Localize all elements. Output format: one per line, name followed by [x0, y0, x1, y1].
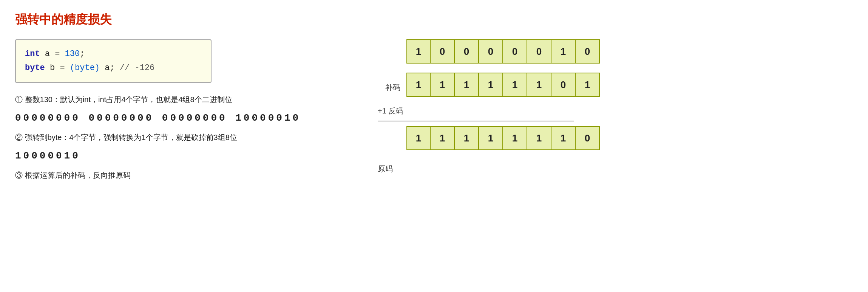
- row2-label: 补码: [378, 82, 400, 93]
- right-panel: 1 0 0 0 0 0 1 0 补码 1 1 1 1 1 1 0 1: [378, 39, 853, 174]
- keyword-byte: byte: [25, 63, 45, 73]
- bit-cell-3-1: 1: [431, 126, 455, 150]
- desc-line-1: ① 整数130：默认为int，int占用4个字节，也就是4组8个二进制位: [15, 93, 355, 106]
- bit-cell-1-7: 0: [576, 39, 600, 64]
- divider-line: [378, 121, 574, 121]
- bit-cell-3-0: 1: [406, 126, 431, 150]
- plus-one-text: +1 反码: [378, 106, 403, 116]
- bit-cell-3-3: 1: [479, 126, 503, 150]
- bit-cell-3-5: 1: [527, 126, 551, 150]
- bit-row-wrapper-3: 1 1 1 1 1 1 1 0: [378, 126, 853, 155]
- bit-cell-2-4: 1: [503, 73, 527, 97]
- bit-cell-3-7: 0: [576, 126, 600, 150]
- bit-cell-1-2: 0: [455, 39, 479, 64]
- bit-cell-2-1: 1: [431, 73, 455, 97]
- bit-cell-2-3: 1: [479, 73, 503, 97]
- code-block: int a = 130; byte b = (byte) a; // -126: [15, 39, 212, 83]
- bit-cell-1-3: 0: [479, 39, 503, 64]
- bit-row-1: 1 0 0 0 0 0 1 0: [406, 39, 600, 64]
- bit-cell-3-4: 1: [503, 126, 527, 150]
- bit-cell-3-2: 1: [455, 126, 479, 150]
- code-semicolon-1: ;: [80, 49, 85, 59]
- bit-cell-1-4: 0: [503, 39, 527, 64]
- bit-cell-2-0: 1: [406, 73, 431, 97]
- code-var-a: a =: [40, 49, 65, 59]
- page-title: 强转中的精度损失: [15, 11, 853, 28]
- bit-cell-2-7: 1: [576, 73, 600, 97]
- code-num-130: 130: [65, 49, 80, 59]
- desc-line-2: ② 强转到byte：4个字节，强制转换为1个字节，就是砍掉前3组8位: [15, 131, 355, 143]
- yuanma-label: 原码: [378, 164, 853, 174]
- bit-row-wrapper-1: 1 0 0 0 0 0 1 0: [378, 39, 853, 69]
- bit-cell-1-0: 1: [406, 39, 431, 64]
- bit-cell-3-6: 1: [551, 126, 576, 150]
- code-comment: // -126: [115, 63, 155, 73]
- desc-line-3: ③ 根据运算后的补码，反向推原码: [15, 169, 355, 181]
- keyword-int: int: [25, 49, 40, 59]
- code-cast: (byte): [70, 63, 100, 73]
- plus-one-label: +1 反码: [378, 106, 853, 116]
- code-var-b: b =: [45, 63, 70, 73]
- bit-row-wrapper-2: 补码 1 1 1 1 1 1 0 1: [378, 73, 853, 102]
- code-line-1: int a = 130;: [25, 47, 202, 61]
- bit-cell-2-6: 0: [551, 73, 576, 97]
- binary-display-1: 00000000 00000000 00000000 10000010: [15, 112, 355, 124]
- bit-cell-1-5: 0: [527, 39, 551, 64]
- code-var-a-ref: a;: [100, 63, 115, 73]
- bit-cell-2-2: 1: [455, 73, 479, 97]
- code-line-2: byte b = (byte) a; // -126: [25, 61, 202, 75]
- left-panel: int a = 130; byte b = (byte) a; // -126 …: [15, 39, 355, 188]
- bit-cell-2-5: 1: [527, 73, 551, 97]
- bit-cell-1-1: 0: [431, 39, 455, 64]
- bit-row-3: 1 1 1 1 1 1 1 0: [406, 126, 600, 150]
- bit-cell-1-6: 1: [551, 39, 576, 64]
- bit-row-2: 1 1 1 1 1 1 0 1: [406, 73, 600, 97]
- binary-display-2: 10000010: [15, 150, 355, 162]
